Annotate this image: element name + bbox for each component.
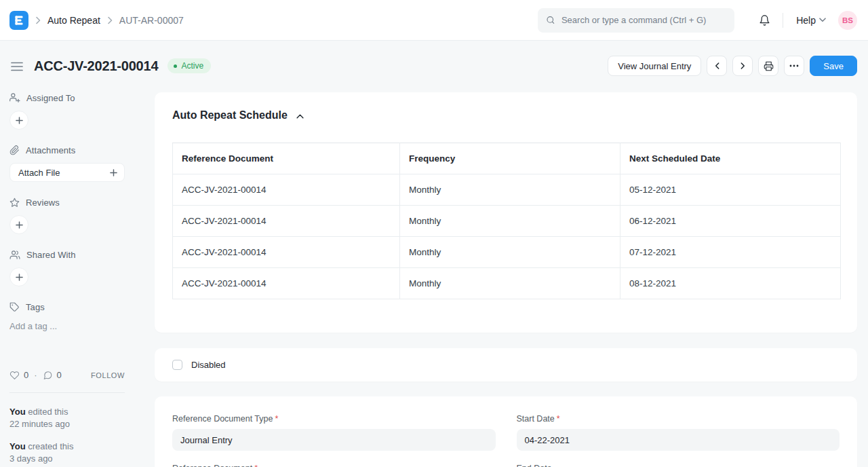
help-label: Help — [796, 15, 816, 26]
reference-document-cell: ACC-JV-2021-00014 — [173, 268, 400, 299]
print-button[interactable] — [758, 56, 778, 76]
app-logo[interactable] — [9, 11, 28, 30]
content-layout: Assigned To Attachments Attach File — [0, 76, 868, 467]
form-sidebar: Assigned To Attachments Attach File — [9, 92, 155, 467]
attachments-label: Attachments — [26, 145, 75, 155]
breadcrumb-parent-link[interactable]: Auto Repeat — [47, 15, 100, 26]
schedule-section-head[interactable]: Auto Repeat Schedule — [172, 109, 841, 122]
avatar-initials: BS — [842, 16, 853, 24]
chevron-left-icon — [715, 62, 719, 70]
paperclip-icon — [9, 145, 20, 155]
auto-repeat-schedule-card: Auto Repeat Schedule Reference Document … — [155, 92, 857, 333]
breadcrumb-chevron-icon — [107, 16, 113, 24]
help-menu[interactable]: Help — [796, 15, 826, 26]
view-journal-entry-button[interactable]: View Journal Entry — [608, 56, 701, 76]
field-label-text: Start Date — [517, 414, 555, 424]
star-icon — [9, 198, 20, 208]
disabled-checkbox-label[interactable]: Disabled — [191, 360, 226, 370]
next-scheduled-date-cell: 07-12-2021 — [620, 237, 840, 268]
global-search[interactable] — [538, 8, 734, 33]
field-label: Start Date * — [517, 414, 840, 424]
attach-file-label: Attach File — [18, 168, 60, 178]
assigned-to-section: Assigned To — [9, 92, 125, 130]
tags-label: Tags — [26, 302, 45, 312]
shared-with-header: Shared With — [9, 250, 125, 260]
field-reference-document: Reference Document * — [172, 464, 496, 467]
erpnext-logo-icon — [14, 15, 24, 26]
table-row[interactable]: ACC-JV-2021-00014 Monthly 05-12-2021 — [173, 174, 841, 206]
page-head: ACC-JV-2021-00014 Active View Journal En… — [0, 41, 868, 76]
reviews-section: Reviews — [9, 198, 125, 234]
reference-document-type-input[interactable]: Journal Entry — [172, 429, 496, 451]
next-scheduled-date-cell: 05-12-2021 — [620, 174, 840, 206]
navbar-divider — [783, 13, 783, 28]
heart-icon — [9, 371, 20, 380]
comments-button[interactable]: 0 — [43, 370, 62, 380]
field-start-date: Start Date * 04-22-2021 — [517, 414, 840, 451]
chevron-right-icon — [741, 62, 745, 70]
tags-header: Tags — [9, 302, 125, 312]
status-label: Active — [181, 61, 203, 71]
search-input[interactable] — [561, 15, 726, 25]
field-label: End Date — [517, 464, 840, 467]
add-tag-input[interactable]: Add a tag ... — [9, 321, 125, 331]
status-badge: Active — [167, 58, 211, 73]
created-when: 3 days ago — [9, 453, 125, 465]
plus-icon — [110, 169, 117, 176]
engagement-row: 0 · 0 FOLLOW — [9, 370, 125, 380]
column-header: Frequency — [399, 143, 620, 174]
assigned-to-label: Assigned To — [26, 93, 75, 103]
field-label-text: Reference Document — [172, 464, 252, 467]
field-label-text: End Date — [517, 464, 552, 467]
created-by: You — [9, 441, 26, 451]
like-button[interactable]: 0 — [9, 370, 28, 380]
notifications-bell-icon[interactable] — [759, 14, 770, 26]
follow-button[interactable]: FOLLOW — [91, 371, 125, 379]
field-reference-document-type: Reference Document Type * Journal Entry — [172, 414, 496, 451]
search-icon — [546, 15, 555, 25]
prev-document-button[interactable] — [707, 56, 727, 76]
field-label-text: Reference Document Type — [172, 414, 273, 424]
breadcrumb-current: AUT-AR-00007 — [119, 15, 184, 26]
table-row[interactable]: ACC-JV-2021-00014 Monthly 07-12-2021 — [173, 237, 841, 268]
plus-icon — [16, 274, 23, 281]
reference-document-cell: ACC-JV-2021-00014 — [173, 237, 400, 268]
edited-when: 22 minutes ago — [9, 418, 125, 430]
reference-document-cell: ACC-JV-2021-00014 — [173, 206, 400, 237]
field-label: Reference Document Type * — [172, 414, 496, 424]
users-icon — [9, 250, 20, 260]
breadcrumb-chevron-icon — [35, 16, 41, 24]
menu-ellipsis-button[interactable] — [784, 56, 804, 76]
edited-history: You edited this 22 minutes ago — [9, 406, 125, 430]
table-row[interactable]: ACC-JV-2021-00014 Monthly 06-12-2021 — [173, 206, 841, 237]
save-button[interactable]: Save — [810, 56, 857, 76]
table-row[interactable]: ACC-JV-2021-00014 Monthly 08-12-2021 — [173, 268, 841, 299]
add-review-button[interactable] — [9, 215, 28, 234]
disabled-checkbox[interactable] — [172, 360, 182, 370]
plus-icon — [16, 117, 23, 124]
attachments-header: Attachments — [9, 145, 125, 155]
printer-icon — [764, 61, 774, 71]
shared-with-section: Shared With — [9, 250, 125, 286]
tag-icon — [9, 302, 20, 312]
attach-file-button[interactable]: Attach File — [9, 163, 125, 182]
plus-icon — [16, 221, 23, 229]
schedule-table: Reference Document Frequency Next Schedu… — [172, 143, 841, 299]
reviews-label: Reviews — [26, 198, 60, 208]
start-date-input[interactable]: 04-22-2021 — [517, 429, 840, 451]
user-avatar[interactable]: BS — [838, 11, 857, 30]
next-scheduled-date-cell: 06-12-2021 — [620, 206, 840, 237]
disabled-card: Disabled — [155, 348, 857, 381]
frequency-cell: Monthly — [399, 268, 620, 299]
add-share-button[interactable] — [9, 267, 28, 286]
frequency-cell: Monthly — [399, 174, 620, 206]
next-document-button[interactable] — [732, 56, 753, 76]
comments-count: 0 — [57, 370, 62, 380]
add-assignment-button[interactable] — [9, 111, 28, 130]
assigned-to-header: Assigned To — [9, 92, 125, 103]
sidebar-divider — [9, 392, 125, 393]
sidebar-toggle-icon[interactable] — [11, 62, 23, 71]
chevron-up-icon[interactable] — [296, 114, 304, 119]
tags-section: Tags Add a tag ... — [9, 302, 125, 331]
likes-count: 0 — [24, 370, 28, 380]
